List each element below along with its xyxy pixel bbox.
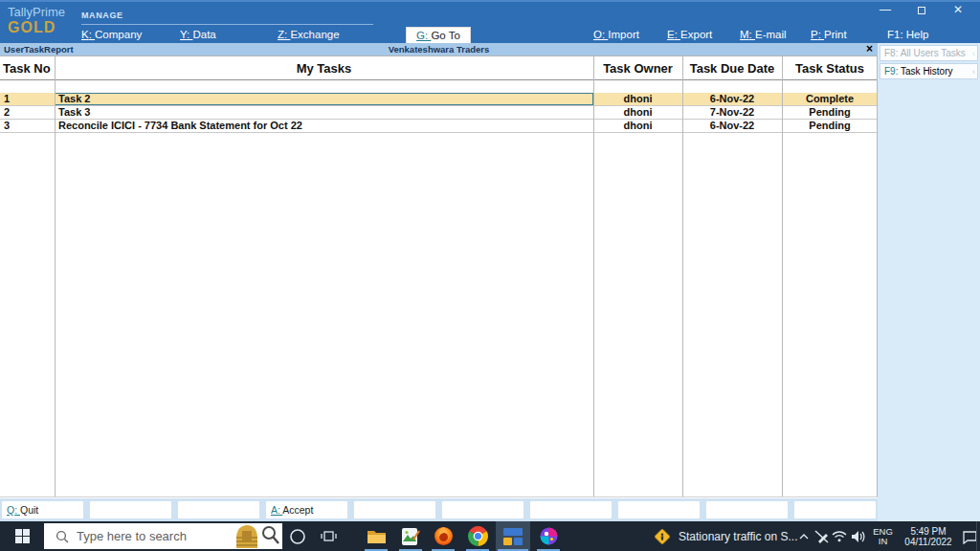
- all-users-tasks-label: All Users Tasks: [901, 48, 966, 58]
- collapse-arrow-icon: ‹: [972, 47, 975, 61]
- paint3d-button[interactable]: [532, 521, 565, 551]
- notification-text: Stationary traffic on S...: [679, 530, 798, 543]
- column-separator: [682, 56, 683, 496]
- function-slot: [442, 501, 523, 518]
- menu-data[interactable]: YData: [180, 29, 216, 40]
- cell-task-status[interactable]: Complete: [782, 93, 878, 105]
- language-line2: IN: [879, 537, 888, 546]
- cell-task-no[interactable]: 1: [0, 93, 55, 105]
- news-notification[interactable]: Stationary traffic on S...: [653, 521, 806, 551]
- header-my-tasks: My Tasks: [55, 61, 593, 76]
- bottom-function-bar: QQuit AAccept: [0, 498, 878, 521]
- cell-task-no[interactable]: 3: [0, 120, 55, 132]
- date-text: 04/11/2022: [904, 537, 951, 547]
- tallyprime-icon: [503, 527, 523, 546]
- tallyprime-logo: TallyPrime GOLD: [8, 6, 65, 36]
- menu-import[interactable]: OImport: [593, 29, 639, 40]
- cell-task-name[interactable]: Reconcile ICICI - 7734 Bank Statement fo…: [55, 120, 593, 132]
- right-button-panel: F8All Users Tasks ‹ F9Task History ‹: [878, 43, 980, 521]
- header-task-status: Task Status: [782, 61, 878, 76]
- task-history-label: Task History: [901, 66, 952, 77]
- task-view-button[interactable]: [316, 521, 341, 551]
- cell-task-no[interactable]: 2: [0, 106, 55, 119]
- function-slot: [178, 501, 259, 518]
- show-desktop-button[interactable]: [976, 521, 980, 551]
- wifi-icon: [832, 530, 847, 542]
- window-restore-button[interactable]: [903, 2, 940, 19]
- tray-expand-button[interactable]: [796, 521, 812, 551]
- function-slot: [354, 501, 435, 518]
- cell-task-owner[interactable]: dhoni: [593, 93, 682, 105]
- manage-divider: [81, 24, 373, 25]
- brand-name: TallyPrime: [8, 6, 65, 19]
- menu-company-label: Company: [95, 29, 142, 40]
- menu-email[interactable]: ME-mail: [740, 29, 787, 40]
- task-row[interactable]: 1 Task 2 dhoni 6-Nov-22 Complete: [0, 93, 877, 106]
- photos-app-button[interactable]: [394, 521, 427, 551]
- cell-task-due[interactable]: 6-Nov-22: [682, 120, 782, 132]
- menu-export[interactable]: EExport: [667, 29, 712, 40]
- menu-print-key: P: [811, 29, 824, 40]
- goto-key: G: [416, 30, 431, 41]
- cortana-button[interactable]: [285, 521, 310, 551]
- menu-email-label: E-mail: [755, 29, 787, 40]
- accept-key: A: [271, 504, 282, 516]
- task-history-button[interactable]: F9Task History ‹: [880, 63, 978, 79]
- report-close-icon[interactable]: ×: [866, 43, 873, 55]
- accept-button[interactable]: AAccept: [266, 501, 347, 518]
- tray-volume-button[interactable]: [849, 521, 867, 551]
- collapse-arrow-icon: ‹: [972, 65, 975, 79]
- time-text: 5:49 PM: [910, 526, 946, 537]
- task-row[interactable]: 2 Task 3 dhoni 7-Nov-22 Pending: [0, 106, 877, 120]
- task-row[interactable]: 3 Reconcile ICICI - 7734 Bank Statement …: [0, 120, 877, 133]
- all-users-tasks-button[interactable]: F8All Users Tasks ‹: [880, 45, 978, 61]
- clock[interactable]: 5:49 PM 04/11/2022: [898, 521, 959, 551]
- cell-task-owner[interactable]: dhoni: [593, 106, 682, 119]
- tray-wifi-button[interactable]: [831, 521, 848, 551]
- speaker-icon: [851, 530, 866, 543]
- menu-import-label: Import: [608, 29, 639, 40]
- menu-exchange[interactable]: ZExchange: [278, 29, 340, 40]
- column-separator: [55, 56, 56, 496]
- cell-task-name[interactable]: Task 3: [55, 106, 593, 119]
- menu-exchange-key: Z: [278, 29, 290, 40]
- cell-task-owner[interactable]: dhoni: [593, 120, 682, 132]
- cell-task-status[interactable]: Pending: [782, 120, 878, 132]
- taskbar-search[interactable]: [44, 523, 282, 549]
- tallyprime-taskbar-button[interactable]: [496, 521, 530, 551]
- file-explorer-icon: [367, 528, 387, 544]
- task-view-icon: [321, 529, 337, 543]
- windows-logo-icon: [15, 529, 30, 543]
- tray-pen-disabled-button[interactable]: [813, 521, 830, 551]
- start-button[interactable]: [0, 521, 44, 551]
- menu-export-key: E: [667, 29, 680, 40]
- chrome-button[interactable]: [461, 521, 494, 551]
- language-indicator[interactable]: ENG IN: [869, 521, 897, 551]
- cortana-icon: [289, 528, 306, 545]
- file-explorer-button[interactable]: [360, 521, 392, 551]
- menu-print[interactable]: PPrint: [811, 29, 847, 40]
- task-history-key: F9: [884, 66, 901, 77]
- cell-task-name[interactable]: Task 2: [55, 93, 593, 105]
- firefox-button[interactable]: [427, 521, 459, 551]
- window-minimize-button[interactable]: —: [867, 2, 903, 19]
- brand-edition: GOLD: [8, 19, 65, 36]
- header-task-due-date: Task Due Date: [682, 61, 782, 76]
- quit-label: Quit: [20, 504, 38, 516]
- cell-task-due[interactable]: 7-Nov-22: [682, 106, 782, 119]
- traffic-sign-icon: [653, 527, 672, 546]
- menu-company[interactable]: KCompany: [81, 29, 142, 40]
- window-close-button[interactable]: ✕: [940, 2, 976, 19]
- photos-app-icon: [401, 527, 420, 546]
- quit-button[interactable]: QQuit: [2, 501, 83, 518]
- column-separator: [782, 56, 783, 496]
- header-gap: [0, 80, 877, 93]
- header-task-owner: Task Owner: [593, 61, 682, 76]
- menu-help[interactable]: F1Help: [887, 29, 928, 40]
- cell-task-status[interactable]: Pending: [782, 106, 878, 119]
- search-highlight-pharaoh-icon[interactable]: [233, 524, 280, 549]
- company-name: Venkateshwara Traders: [0, 43, 878, 55]
- search-input[interactable]: [77, 529, 233, 543]
- cell-task-due[interactable]: 6-Nov-22: [682, 93, 782, 105]
- function-slot: [618, 501, 700, 518]
